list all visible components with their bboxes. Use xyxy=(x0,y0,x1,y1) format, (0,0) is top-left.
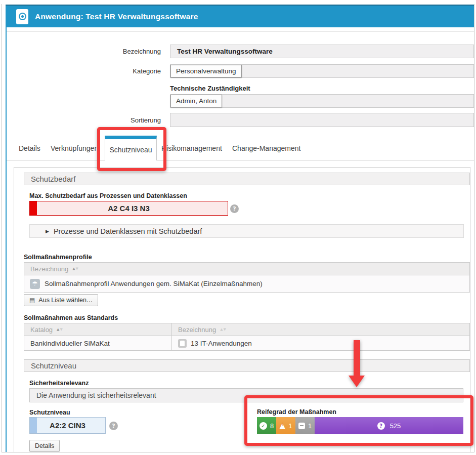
tab-verknuepfungen[interactable]: Verknüpfungen xyxy=(51,144,98,152)
profile-table-header[interactable]: Bezeichnung ▲▼ xyxy=(24,262,470,275)
aus-liste-waehlen-button[interactable]: ▤ Aus Liste wählen… xyxy=(24,294,98,306)
sicherheitsrelevanz-label: Sicherheitsrelevanz xyxy=(29,380,89,387)
schutzniveau-value: A2:2 CIN3 xyxy=(50,421,85,430)
profile-col-bezeichnung: Bezeichnung xyxy=(24,265,68,273)
annotation-box-reifegrad xyxy=(244,395,473,446)
application-window: Anwendung: Test HR Verwaltungssoftware B… xyxy=(0,0,476,455)
aus-liste-waehlen-label: Aus Liste wählen… xyxy=(38,297,93,304)
standards-table-row[interactable]: Bankindividueller SiMaKat 13 IT-Anwendun… xyxy=(24,336,470,351)
sortierung-input[interactable] xyxy=(170,113,474,127)
prozesse-datenklassen-expander[interactable]: ▶ Prozesse und Datenklassen mit Schutzbe… xyxy=(29,224,464,238)
technische-zustaendigkeit-label: Technische Zuständigkeit xyxy=(170,85,250,92)
sort-asc-desc-icon: ▲▼ xyxy=(72,267,79,271)
schutzbedarf-section-header: Schutzbedarf xyxy=(24,173,470,185)
window-border-right xyxy=(474,4,474,452)
schutzniveau-section-header: Schutzniveau xyxy=(24,359,470,372)
max-schutzbedarf-value: A2 C4 I3 N3 xyxy=(108,204,150,213)
kategorie-label: Kategorie xyxy=(76,67,161,75)
sort-asc-desc-icon: ▲▼ xyxy=(57,327,63,332)
technische-zustaendigkeit-tag[interactable]: Admin, Anton xyxy=(170,95,222,107)
sollmassnahmenprofile-label: Sollmaßnahmenprofile xyxy=(24,254,92,261)
title-bar: Anwendung: Test HR Verwaltungssoftware xyxy=(6,5,474,27)
target-ring xyxy=(19,13,26,20)
profile-row-text: Sollmaßnahmenprofil Anwendungen gem. SiM… xyxy=(45,280,263,287)
sort-asc-desc-icon: ▲▼ xyxy=(220,327,227,332)
bezeichnung-header-text: Bezeichnung xyxy=(178,326,216,334)
tab-change-management[interactable]: Change-Management xyxy=(232,144,300,152)
bezeichnung-cell: 13 IT-Anwendungen xyxy=(171,336,469,350)
max-schutzbedarf-label: Max. Schutzbedarf aus Prozessen und Date… xyxy=(29,192,187,199)
max-schutzbedarf-value-bar: A2 C4 I3 N3 xyxy=(29,201,228,216)
expander-label: Prozesse und Datenklassen mit Schutzbeda… xyxy=(54,227,202,235)
standards-col-bezeichnung[interactable]: Bezeichnung ▲▼ xyxy=(171,323,469,336)
tab-risikomanagement[interactable]: Risikomanagement xyxy=(161,144,222,152)
katalog-header-text: Katalog xyxy=(30,326,53,334)
kategorie-tag[interactable]: Personalverwaltung xyxy=(170,65,242,77)
page-title: Anwendung: Test HR Verwaltungssoftware xyxy=(35,12,198,21)
target-dot xyxy=(21,15,24,18)
document-icon xyxy=(178,339,187,348)
schutzbedarf-help-icon[interactable]: ? xyxy=(230,204,239,213)
sortierung-label: Sortierung xyxy=(76,116,161,124)
schutzniveau-label: Schutzniveau xyxy=(29,409,70,416)
annotation-box-tab xyxy=(97,127,166,171)
expander-arrow-icon: ▶ xyxy=(46,229,49,234)
standards-label: Sollmaßnahmen aus Standards xyxy=(24,314,118,321)
details-button-label: Details xyxy=(35,442,54,449)
arrow-shaft xyxy=(354,340,360,376)
bezeichnung-label: Bezeichnung xyxy=(76,48,161,55)
annotation-arrow-down-icon xyxy=(349,340,365,387)
tab-details[interactable]: Details xyxy=(19,144,40,152)
schutzniveau-level-edge xyxy=(30,418,37,433)
schutzniveau-help-icon[interactable]: ? xyxy=(109,422,118,430)
left-accent-line xyxy=(6,27,7,452)
bezeichnung-value: Test HR Verwaltungssoftware xyxy=(170,45,473,58)
standards-col-katalog[interactable]: Katalog ▲▼ xyxy=(24,323,171,336)
application-target-icon xyxy=(16,9,28,24)
bezeichnung-cell-text: 13 IT-Anwendungen xyxy=(191,340,252,347)
schutzbedarf-level-edge xyxy=(30,201,37,215)
window-border-bottom xyxy=(2,452,474,452)
window-gutter xyxy=(0,452,476,455)
schutzniveau-value-bar: A2:2 CIN3 xyxy=(29,417,106,434)
arrow-head xyxy=(349,376,365,387)
list-icon: ▤ xyxy=(29,297,35,304)
header-divider xyxy=(6,31,474,32)
katalog-cell: Bankindividueller SiMaKat xyxy=(24,336,171,350)
details-button[interactable]: Details xyxy=(29,440,60,452)
umbrella-icon: ☂ xyxy=(30,279,40,289)
profile-table-row[interactable]: ☂ Sollmaßnahmenprofil Anwendungen gem. S… xyxy=(24,275,470,293)
tab-bar-divider xyxy=(6,160,474,160)
standards-table-header[interactable]: Katalog ▲▼ Bezeichnung ▲▼ xyxy=(24,323,470,336)
bezeichnung-input[interactable]: Test HR Verwaltungssoftware xyxy=(170,45,474,58)
window-border-left xyxy=(2,4,2,452)
